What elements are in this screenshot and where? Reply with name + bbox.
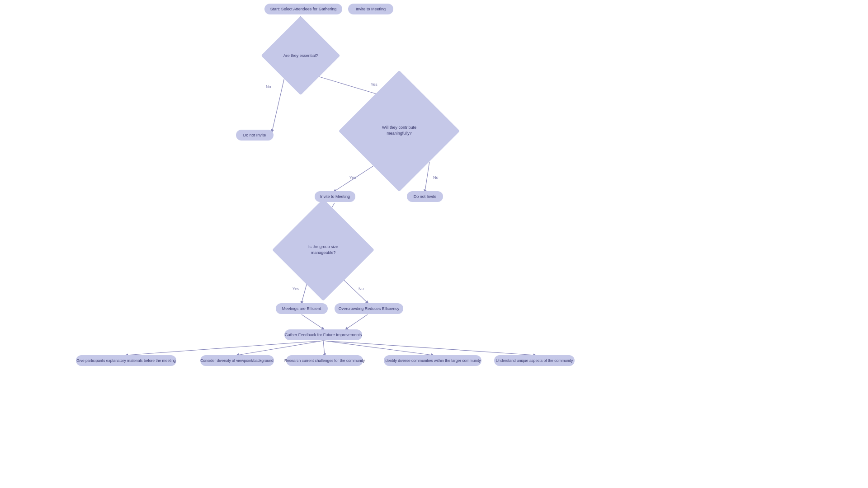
- tip4-label: Identify diverse communities within the …: [384, 358, 481, 363]
- start-node-label: Start: Select Attendees for Gathering: [270, 7, 337, 11]
- svg-text:meaningfully?: meaningfully?: [387, 131, 412, 136]
- svg-text:Yes: Yes: [292, 286, 299, 291]
- svg-text:No: No: [359, 286, 364, 291]
- invite-mid-node-label: Invite to Meeting: [320, 194, 350, 199]
- svg-text:No: No: [266, 84, 271, 89]
- diamond1-label: Are they essential?: [283, 53, 318, 58]
- invite-top-node-label: Invite to Meeting: [356, 7, 386, 11]
- svg-text:Yes: Yes: [349, 175, 356, 180]
- tip3-label: Research current challenges for the comm…: [284, 358, 365, 363]
- do-not-invite-2-label: Do not Invite: [414, 194, 437, 199]
- tip2-label: Consider diversity of viewpoint/backgrou…: [200, 358, 274, 363]
- diamond2-label: Will they contribute: [382, 125, 416, 130]
- tip1-label: Give participants explanatory materials …: [76, 358, 176, 363]
- overcrowding-label: Overcrowding Reduces Efficiency: [339, 306, 400, 311]
- svg-rect-0: [0, 0, 868, 488]
- svg-text:manageable?: manageable?: [311, 250, 336, 255]
- tip5-label: Understand unique aspects of the communi…: [496, 358, 573, 363]
- svg-text:No: No: [433, 175, 439, 180]
- diamond3-label: Is the group size: [308, 244, 338, 249]
- gather-feedback-label: Gather Feedback for Future Improvements: [285, 333, 362, 337]
- svg-text:Yes: Yes: [371, 82, 377, 87]
- do-not-invite-1-label: Do not Invite: [243, 133, 266, 137]
- meetings-efficient-label: Meetings are Efficient: [282, 306, 321, 311]
